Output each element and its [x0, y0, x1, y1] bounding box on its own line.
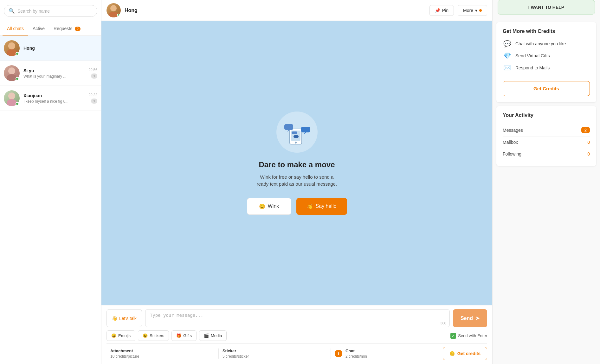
chat-feature-text: Chat with anyone you like — [515, 41, 566, 46]
chat-info-hong: Hong — [23, 46, 97, 51]
chat-header: Hong 📌 Pin More ▾ — [101, 0, 492, 21]
stickers-button[interactable]: 😉 Stickers — [138, 330, 169, 341]
hi-emoji: 👋 — [112, 316, 117, 321]
mail-feature-icon: ✉️ — [503, 64, 512, 72]
wink-button[interactable]: 😊 Wink — [247, 198, 291, 215]
get-credits-small-button[interactable]: 🪙 Get credits — [443, 347, 487, 360]
coins-icon: 🪙 — [449, 351, 455, 356]
input-row: 👋 Let's talk 300 Send ➤ — [106, 309, 487, 327]
svg-point-7 — [110, 5, 117, 11]
feature-chat: 💬 Chat with anyone you like — [503, 40, 590, 48]
activity-title: Your Activity — [503, 112, 590, 118]
emoji-icon: 😀 — [111, 333, 116, 338]
chat-item-xiaojuan[interactable]: Xiaojuan I keep myself a nice fig u... 2… — [0, 86, 101, 111]
avatar-wrap-hong — [4, 40, 20, 56]
chat-body: Dare to make a move Wink for free or say… — [101, 21, 492, 305]
chat-name-siyu: Si yu — [23, 68, 85, 73]
wink-emoji: 😊 — [259, 203, 265, 209]
svg-rect-16 — [301, 127, 310, 132]
main-chat: Hong 📌 Pin More ▾ — [101, 0, 492, 364]
sticker-pricing: Sticker 5 credits/sticker — [218, 348, 331, 359]
mailbox-label: Mailbox — [503, 140, 518, 145]
get-credits-button[interactable]: Get Credits — [503, 81, 590, 96]
cta-buttons: 😊 Wink 👋 Say hello — [247, 198, 347, 215]
sticker-icon: 😉 — [143, 333, 148, 338]
search-input-wrap[interactable]: 🔍 — [4, 5, 97, 17]
help-title: I WANT TO HELP — [503, 5, 590, 10]
send-icon: ➤ — [475, 315, 480, 321]
send-with-enter-label: Send with Enter — [458, 333, 487, 338]
attachment-label: Attachment — [110, 348, 215, 353]
gift-feature-text: Send Virtual Gifts — [515, 53, 550, 58]
svg-point-4 — [7, 74, 17, 81]
sticker-label: Sticker — [223, 348, 327, 353]
chat-item-hong[interactable]: Hong — [0, 36, 101, 61]
avatar-wrap-siyu — [4, 65, 20, 81]
sidebar: 🔍 All chats Active Requests 2 Hong — [0, 0, 101, 364]
send-with-enter-checkbox[interactable]: ✓ — [450, 333, 456, 339]
svg-rect-12 — [292, 131, 297, 134]
phone-illustration — [276, 112, 318, 153]
chat-meta-siyu: 20:56 1 — [88, 68, 97, 79]
svg-point-1 — [7, 49, 17, 56]
header-online-dot — [117, 14, 120, 17]
chat-preview-xiaojuan: I keep myself a nice fig u... — [23, 99, 85, 104]
feature-gifts: 💎 Send Virtual Gifts — [503, 52, 590, 60]
tab-active[interactable]: Active — [28, 22, 49, 35]
gift-feature-icon: 💎 — [503, 52, 512, 60]
pricing-row: Attachment 10 credits/picture Sticker 5 … — [106, 343, 487, 360]
chat-name-xiaojuan: Xiaojuan — [23, 93, 85, 98]
lets-talk-button[interactable]: 👋 Let's talk — [106, 309, 142, 327]
more-button[interactable]: More ▾ — [458, 5, 487, 16]
svg-rect-14 — [284, 124, 293, 130]
message-input[interactable] — [150, 313, 445, 323]
online-dot-xiaojuan — [16, 102, 19, 105]
svg-marker-17 — [304, 132, 306, 134]
svg-marker-15 — [287, 130, 290, 132]
right-panel: I WANT TO HELP Get More with Credits 💬 C… — [492, 0, 600, 364]
emojis-button[interactable]: 😀 Emojis — [106, 330, 135, 341]
svg-point-6 — [7, 99, 17, 106]
svg-rect-13 — [294, 135, 299, 138]
more-dot-indicator — [479, 9, 482, 12]
wave-emoji: 👋 — [307, 203, 313, 209]
send-button[interactable]: Send ➤ — [453, 309, 487, 327]
send-with-enter-wrap: ✓ Send with Enter — [450, 333, 487, 339]
chat-item-siyu[interactable]: Si yu What is your imaginary ... 20:56 1 — [0, 61, 101, 86]
chat-preview-siyu: What is your imaginary ... — [23, 74, 85, 79]
search-input[interactable] — [17, 9, 93, 14]
chat-pricing: i Chat 2 credits/min — [331, 348, 443, 359]
mail-feature-text: Respond to Mails — [515, 65, 550, 70]
search-icon: 🔍 — [9, 8, 15, 14]
tab-all-chats[interactable]: All chats — [3, 22, 28, 35]
attachment-pricing: Attachment 10 credits/picture — [106, 348, 218, 359]
credits-card: Get More with Credits 💬 Chat with anyone… — [496, 22, 596, 102]
svg-point-11 — [295, 142, 297, 144]
gifts-button[interactable]: 🎁 Gifts — [171, 330, 197, 341]
say-hello-button[interactable]: 👋 Say hello — [296, 198, 347, 215]
svg-point-2 — [8, 42, 15, 49]
chat-label: Chat — [345, 348, 367, 353]
chat-feature-icon: 💬 — [503, 40, 512, 48]
following-label: Following — [503, 151, 521, 156]
info-icon[interactable]: i — [335, 350, 342, 357]
chat-sub: 2 credits/min — [345, 354, 367, 359]
pin-button[interactable]: 📌 Pin — [429, 5, 454, 16]
chat-time-siyu: 20:56 — [88, 68, 97, 72]
feature-mails: ✉️ Respond to Mails — [503, 64, 590, 72]
chat-name-hong: Hong — [23, 46, 97, 51]
tab-requests[interactable]: Requests 2 — [49, 22, 85, 35]
gift-icon: 🎁 — [176, 333, 181, 338]
online-dot-hong — [16, 52, 19, 55]
header-name: Hong — [125, 8, 426, 13]
avatar-wrap-xiaojuan — [4, 90, 20, 106]
pin-icon: 📌 — [435, 8, 440, 13]
media-button[interactable]: 🎬 Media — [199, 330, 227, 341]
online-dot-siyu — [16, 77, 19, 80]
messages-label: Messages — [503, 128, 523, 133]
chat-info-xiaojuan: Xiaojuan I keep myself a nice fig u... — [23, 93, 85, 104]
following-value: 0 — [587, 151, 590, 156]
sticker-sub: 5 credits/sticker — [223, 354, 327, 359]
help-card: I WANT TO HELP — [498, 0, 595, 15]
cta-subtitle: Wink for free or say hello to send aread… — [257, 174, 337, 188]
